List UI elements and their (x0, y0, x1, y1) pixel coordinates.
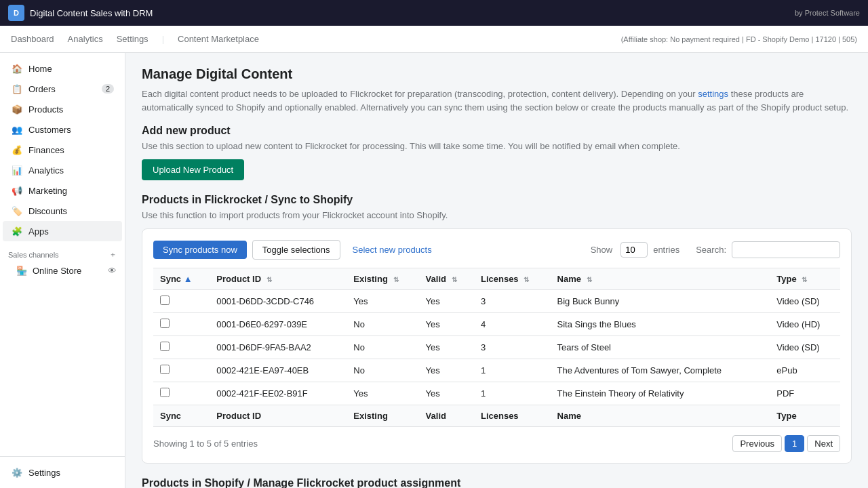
sort-licenses-icon[interactable]: ⇅ (524, 276, 529, 283)
cell-existing: Yes (347, 290, 418, 313)
nav-marketplace[interactable]: Content Marketplace (178, 28, 259, 49)
online-store-visibility-icon[interactable]: 👁 (108, 266, 117, 276)
row-checkbox[interactable] (160, 296, 170, 305)
col-sync: Sync ▲ (153, 268, 210, 290)
cell-valid: Yes (419, 290, 474, 313)
cell-sync (153, 359, 210, 382)
sidebar-item-marketing[interactable]: 📢 Marketing (3, 180, 122, 201)
sort-existing-icon[interactable]: ⇅ (393, 276, 399, 283)
show-count-input[interactable] (620, 242, 648, 258)
sidebar-label-apps: Apps (28, 226, 49, 237)
add-sales-channel-icon[interactable]: ＋ (109, 249, 117, 260)
sort-productid-icon[interactable]: ⇅ (267, 276, 272, 283)
footer-col-type: Type (770, 405, 840, 427)
cell-valid: Yes (419, 336, 474, 359)
cell-licenses: 1 (474, 359, 551, 382)
sidebar-label-finances: Finances (28, 145, 64, 155)
app-title: Digital Content Sales with DRM (30, 8, 795, 18)
cell-product-id: 0002-421E-EA97-40EB (210, 359, 347, 382)
sort-type-icon[interactable]: ⇅ (802, 276, 807, 283)
page-controls: Previous 1 Next (732, 435, 840, 452)
sidebar-item-finances[interactable]: 💰 Finances (3, 140, 122, 160)
sync-products-button[interactable]: Sync products now (153, 241, 247, 259)
page-1-button[interactable]: 1 (785, 435, 804, 452)
row-checkbox[interactable] (160, 365, 170, 374)
sidebar-label-discounts: Discounts (28, 206, 67, 216)
cell-sync (153, 313, 210, 336)
cell-existing: No (347, 313, 418, 336)
nav-dashboard[interactable]: Dashboard (11, 28, 54, 49)
flickrocket-section: Products in Flickrocket / Sync to Shopif… (142, 194, 852, 464)
cell-name: The Einstein Theory of Relativity (551, 382, 770, 405)
cell-sync (153, 290, 210, 313)
row-checkbox[interactable] (160, 342, 170, 351)
cell-valid: Yes (419, 359, 474, 382)
layout: 🏠 Home 📋 Orders 2 📦 Products 👥 Customers… (0, 53, 868, 488)
settings-link[interactable]: settings (698, 89, 728, 99)
footer-col-product-id: Product ID (210, 405, 347, 427)
cell-product-id: 0001-D6DD-3CDD-C746 (210, 290, 347, 313)
discounts-icon: 🏷️ (11, 205, 23, 217)
sales-channels-section: Sales channels ＋ (0, 241, 125, 262)
sidebar-item-settings[interactable]: ⚙️ Settings (3, 462, 122, 483)
table-row: 0002-421E-EA97-40EB No Yes 1 The Adventu… (153, 359, 840, 382)
cell-product-id: 0002-421F-EE02-B91F (210, 382, 347, 405)
nav-analytics[interactable]: Analytics (68, 28, 103, 49)
toggle-selections-button[interactable]: Toggle selections (252, 240, 340, 260)
select-new-products-button[interactable]: Select new products (346, 241, 439, 259)
prev-page-button[interactable]: Previous (732, 435, 782, 452)
cell-existing: No (347, 336, 418, 359)
finances-icon: 💰 (11, 144, 23, 156)
cell-licenses: 4 (474, 313, 551, 336)
add-product-section: Add new product Use this section to uplo… (142, 125, 852, 180)
cell-product-id: 0001-D6DF-9FA5-BAA2 (210, 336, 347, 359)
row-checkbox[interactable] (160, 319, 170, 328)
marketing-icon: 📢 (11, 184, 23, 197)
nav-settings[interactable]: Settings (117, 28, 149, 49)
sidebar-item-home[interactable]: 🏠 Home (3, 58, 122, 79)
row-checkbox[interactable] (160, 388, 170, 397)
page-title: Manage Digital Content (142, 66, 852, 82)
table-row: 0001-D6DD-3CDD-C746 Yes Yes 3 Big Buck B… (153, 290, 840, 313)
sidebar-label-orders: Orders (28, 84, 56, 94)
footer-col-valid: Valid (419, 405, 474, 427)
cell-valid: Yes (419, 313, 474, 336)
top-bar: D Digital Content Sales with DRM by Prot… (0, 0, 868, 26)
sidebar-item-analytics[interactable]: 📊 Analytics (3, 160, 122, 180)
footer-col-sync: Sync (153, 405, 210, 427)
customers-icon: 👥 (11, 123, 23, 136)
sidebar-label-products: Products (28, 104, 63, 115)
shopify-section-title: Products in Shopify / Manage Flickrocket… (142, 477, 852, 488)
next-page-button[interactable]: Next (807, 435, 840, 452)
orders-icon: 📋 (11, 83, 23, 95)
col-licenses: Licenses ⇅ (474, 268, 551, 290)
upload-product-button[interactable]: Upload New Product (142, 159, 244, 180)
cell-licenses: 3 (474, 290, 551, 313)
sidebar-item-apps[interactable]: 🧩 Apps (3, 221, 122, 241)
sidebar-item-online-store[interactable]: 🏪 Online Store 👁 (0, 262, 125, 279)
entries-label: entries (653, 245, 679, 255)
cell-product-id: 0001-D6E0-6297-039E (210, 313, 347, 336)
col-product-id: Product ID ⇅ (210, 268, 347, 290)
cell-existing: Yes (347, 382, 418, 405)
sort-name-icon[interactable]: ⇅ (587, 276, 592, 283)
cell-existing: No (347, 359, 418, 382)
cell-name: Sita Sings the Blues (551, 313, 770, 336)
sidebar-item-customers[interactable]: 👥 Customers (3, 119, 122, 140)
sort-valid-icon[interactable]: ⇅ (452, 276, 457, 283)
cell-licenses: 3 (474, 336, 551, 359)
cell-type: ePub (770, 359, 840, 382)
sidebar-item-discounts[interactable]: 🏷️ Discounts (3, 201, 122, 221)
sort-sync-icon[interactable]: ▲ (184, 274, 193, 284)
cell-name: Tears of Steel (551, 336, 770, 359)
sidebar-label-settings: Settings (28, 468, 60, 478)
settings-icon: ⚙️ (11, 466, 23, 479)
flickrocket-section-title: Products in Flickrocket / Sync to Shopif… (142, 194, 852, 206)
sidebar-item-orders[interactable]: 📋 Orders 2 (3, 79, 122, 99)
products-table: Sync ▲ Product ID ⇅ Existing ⇅ Valid ⇅ L… (153, 268, 840, 427)
sidebar-label-marketing: Marketing (28, 186, 67, 196)
main-content: Manage Digital Content Each digital cont… (125, 53, 868, 488)
flickrocket-section-desc: Use this function to import products fro… (142, 210, 852, 220)
sidebar-item-products[interactable]: 📦 Products (3, 99, 122, 119)
search-input[interactable] (732, 241, 840, 258)
